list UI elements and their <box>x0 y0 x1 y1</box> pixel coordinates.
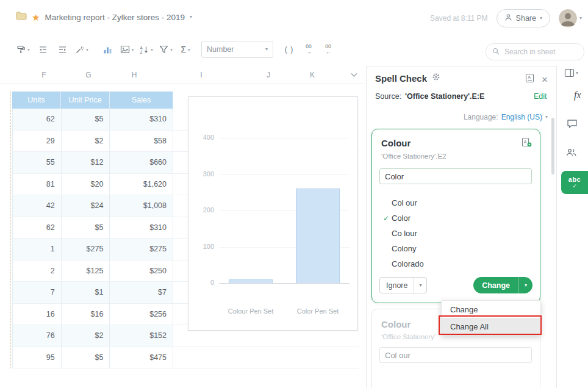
indent-button[interactable] <box>52 41 72 58</box>
collaborators-icon[interactable] <box>565 148 578 157</box>
search-box[interactable] <box>486 43 584 60</box>
format-wand-button[interactable]: ▾ <box>72 41 91 58</box>
cell[interactable]: $2 <box>62 325 110 347</box>
column-letter-F[interactable]: F <box>41 71 46 79</box>
filter-button[interactable]: ▾ <box>156 41 176 58</box>
cell[interactable]: 62 <box>13 217 62 239</box>
suggestion-item[interactable]: ✓Color <box>379 210 532 226</box>
cell[interactable]: $1 <box>62 282 110 303</box>
outdent-button[interactable] <box>33 41 52 58</box>
increase-decimal-button[interactable]: 00→ <box>299 41 318 58</box>
cell[interactable]: 95 <box>13 347 62 368</box>
document-title[interactable]: Marketing report - Zylker stores - 2019 <box>45 13 185 22</box>
chevron-down-icon[interactable]: ▾ <box>414 283 426 288</box>
cell[interactable]: $310 <box>110 109 173 130</box>
suggestion-item[interactable]: Col our <box>379 195 532 210</box>
cell[interactable]: $275 <box>110 239 173 260</box>
sum-functions-button[interactable]: Σ ▾ <box>176 41 195 58</box>
menu-item-change-all[interactable]: Change All <box>442 318 540 335</box>
insert-chart-button[interactable] <box>98 41 117 58</box>
cell[interactable]: $660 <box>110 152 173 173</box>
replacement-input[interactable] <box>379 168 532 184</box>
column-headers: FGHIJK <box>0 68 365 84</box>
cell[interactable]: $275 <box>62 239 110 260</box>
sort-button[interactable]: AZ ▾ <box>137 41 156 58</box>
insert-image-button[interactable]: ▾ <box>117 41 137 58</box>
panel-scrollbar[interactable] <box>551 118 554 174</box>
add-to-dictionary-icon[interactable]: A <box>522 137 532 149</box>
chevron-down-icon[interactable]: ▾ <box>519 283 532 288</box>
header-cell-unit-price[interactable]: Unit Price <box>61 92 110 109</box>
spellcheck-tool-icon[interactable]: abc ✓ <box>561 171 588 194</box>
column-letter-K[interactable]: K <box>310 71 315 79</box>
cell[interactable]: $58 <box>110 131 173 152</box>
cell[interactable]: $475 <box>110 347 173 368</box>
search-input[interactable] <box>503 47 578 57</box>
cell[interactable]: $125 <box>62 260 110 282</box>
chevron-down-icon[interactable]: ▾ <box>579 16 582 21</box>
side-panel-toggle-icon[interactable]: ▾ <box>564 68 578 77</box>
cell[interactable]: 42 <box>13 195 62 217</box>
column-letter-G[interactable]: G <box>85 71 91 79</box>
cell[interactable]: $5 <box>62 347 110 368</box>
header-cell-sales[interactable]: Sales <box>110 92 173 109</box>
language-row: Language: English (US) ▾ <box>464 113 548 121</box>
folder-icon[interactable] <box>16 12 27 23</box>
cell[interactable]: 16 <box>13 304 62 325</box>
suggestion-item[interactable]: Colorado <box>379 256 532 271</box>
cell[interactable]: $24 <box>62 195 110 217</box>
cell[interactable]: $20 <box>62 174 110 195</box>
cell[interactable]: 55 <box>13 152 62 173</box>
collapse-chevron-icon[interactable] <box>350 69 358 80</box>
column-letter-J[interactable]: J <box>267 71 270 79</box>
cell[interactable]: 7 <box>13 282 62 303</box>
ignore-button[interactable]: Ignore ▾ <box>379 277 427 293</box>
settings-gear-icon[interactable] <box>432 73 440 84</box>
cell[interactable]: $152 <box>110 325 173 347</box>
favorite-star-icon[interactable]: ★ <box>32 13 40 22</box>
format-painter-button[interactable]: ▾ <box>13 41 33 58</box>
column-letter-I[interactable]: I <box>200 71 202 79</box>
edit-link[interactable]: Edit <box>534 92 547 101</box>
number-format-select[interactable]: Number ▾ <box>201 41 273 58</box>
share-button[interactable]: Share ▾ <box>497 9 550 27</box>
parentheses-format-button[interactable]: ( ) <box>279 41 299 58</box>
account-menu[interactable]: ▾ <box>559 9 582 27</box>
cell[interactable]: 29 <box>13 131 62 152</box>
cell[interactable]: 76 <box>13 325 62 347</box>
functions-icon[interactable]: fx <box>574 90 581 101</box>
cell[interactable]: $5 <box>62 109 110 130</box>
spellcheck-report-icon[interactable]: A <box>525 73 534 85</box>
decrease-decimal-button[interactable]: 00← <box>318 41 338 58</box>
cell[interactable]: 81 <box>13 174 62 195</box>
cell[interactable]: $7 <box>110 282 173 303</box>
column-letter-H[interactable]: H <box>132 71 137 79</box>
cell[interactable]: $16 <box>62 304 110 325</box>
cell[interactable]: $5 <box>62 217 110 239</box>
language-select[interactable]: English (US) <box>501 113 542 121</box>
cell[interactable]: 62 <box>13 109 62 130</box>
header-cell-units[interactable]: Units <box>12 92 61 109</box>
suggestion-item[interactable]: Co lour <box>379 226 532 241</box>
cell[interactable]: $2 <box>62 131 110 152</box>
menu-item-change[interactable]: Change <box>442 301 540 318</box>
cell[interactable]: $250 <box>110 260 173 282</box>
cell[interactable]: $1,008 <box>110 195 173 217</box>
cell[interactable]: $310 <box>110 217 173 239</box>
chevron-down-icon[interactable]: ▾ <box>545 115 548 120</box>
avatar[interactable] <box>559 9 577 27</box>
cell[interactable]: 2 <box>13 260 62 282</box>
increase-decimal-icon: 00→ <box>306 44 311 56</box>
comments-icon[interactable] <box>567 119 578 129</box>
change-button[interactable]: Change ▾ <box>473 277 532 293</box>
suggestion-item[interactable]: Colony <box>379 241 532 256</box>
close-icon[interactable]: × <box>542 74 548 85</box>
cell[interactable]: $1,620 <box>110 174 173 195</box>
cell[interactable]: $256 <box>110 304 173 325</box>
cell[interactable]: 1 <box>13 239 62 260</box>
next-replacement-input[interactable] <box>379 347 532 363</box>
search-icon <box>492 46 500 57</box>
chart-card[interactable]: 0100200300400 Colour Pen SetColor Pen Se… <box>188 96 358 331</box>
cell[interactable]: $12 <box>62 152 110 173</box>
chevron-down-icon[interactable]: ▾ <box>190 15 192 20</box>
